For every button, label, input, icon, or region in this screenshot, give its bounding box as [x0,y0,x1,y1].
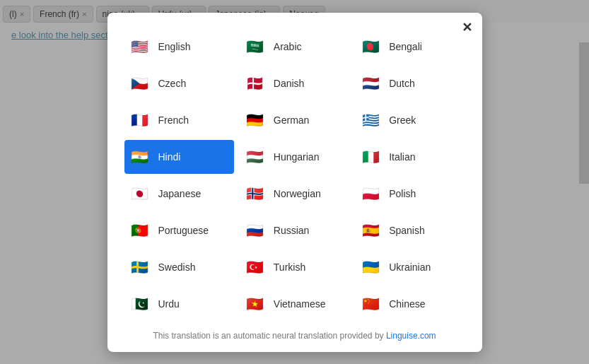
lang-label-spanish: Spanish [389,225,425,236]
lang-item-czech[interactable]: 🇨🇿 Czech [124,66,234,100]
lang-item-swedish[interactable]: 🇸🇪 Swedish [124,250,234,284]
flag-urdu: 🇵🇰 [129,293,151,315]
flag-norwegian: 🇳🇴 [244,182,267,205]
flag-vietnamese: 🇻🇳 [244,293,267,315]
lang-item-german[interactable]: 🇩🇪 German [240,103,349,137]
lang-label-german: German [274,115,310,126]
lang-item-polish[interactable]: 🇵🇱 Polish [355,177,465,211]
flag-danish: 🇩🇰 [244,72,267,95]
modal-overlay: ✕ 🇺🇸 English 🇸🇦 Arabic 🇧🇩 Bengali 🇨🇿 Cze… [0,0,589,364]
linguise-link[interactable]: Linguise.com [386,331,436,341]
modal-close-button[interactable]: ✕ [462,21,472,34]
lang-label-czech: Czech [158,78,187,89]
lang-label-portuguese: Portuguese [158,225,209,236]
lang-item-norwegian[interactable]: 🇳🇴 Norwegian [240,177,349,211]
language-modal: ✕ 🇺🇸 English 🇸🇦 Arabic 🇧🇩 Bengali 🇨🇿 Cze… [107,13,482,352]
lang-item-spanish[interactable]: 🇪🇸 Spanish [355,213,465,247]
flag-russian: 🇷🇺 [244,219,267,242]
lang-label-swedish: Swedish [158,262,196,273]
language-grid: 🇺🇸 English 🇸🇦 Arabic 🇧🇩 Bengali 🇨🇿 Czech… [124,30,465,321]
flag-ukrainian: 🇺🇦 [359,256,382,278]
lang-label-norwegian: Norwegian [274,188,321,199]
modal-footer: This translation is an automatic neural … [124,331,465,341]
lang-item-greek[interactable]: 🇬🇷 Greek [355,103,465,137]
lang-item-vietnamese[interactable]: 🇻🇳 Vietnamese [240,287,349,321]
lang-label-urdu: Urdu [158,298,180,310]
flag-hungarian: 🇭🇺 [244,146,267,168]
lang-label-hungarian: Hungarian [274,151,320,163]
lang-item-dutch[interactable]: 🇳🇱 Dutch [355,66,465,100]
flag-french: 🇫🇷 [129,109,151,131]
lang-label-dutch: Dutch [389,78,415,89]
lang-item-urdu[interactable]: 🇵🇰 Urdu [124,287,234,321]
lang-item-turkish[interactable]: 🇹🇷 Turkish [240,250,349,284]
flag-dutch: 🇳🇱 [359,72,382,95]
lang-item-ukrainian[interactable]: 🇺🇦 Ukrainian [355,250,465,284]
lang-item-bengali[interactable]: 🇧🇩 Bengali [355,30,465,64]
flag-chinese: 🇨🇳 [359,293,382,315]
lang-label-chinese: Chinese [389,298,425,310]
flag-german: 🇩🇪 [244,109,267,131]
flag-greek: 🇬🇷 [359,109,382,131]
lang-label-polish: Polish [389,188,416,199]
lang-label-hindi: Hindi [158,151,181,163]
lang-item-arabic[interactable]: 🇸🇦 Arabic [240,30,349,64]
lang-label-french: French [158,115,189,126]
flag-portuguese: 🇵🇹 [129,219,151,242]
flag-spanish: 🇪🇸 [359,219,382,242]
lang-label-japanese: Japanese [158,188,202,199]
lang-label-english: English [158,41,191,52]
lang-label-turkish: Turkish [274,262,305,273]
lang-item-french[interactable]: 🇫🇷 French [124,103,234,137]
lang-label-russian: Russian [274,225,310,236]
flag-czech: 🇨🇿 [129,72,151,95]
flag-arabic: 🇸🇦 [244,35,267,58]
flag-bengali: 🇧🇩 [359,35,382,58]
lang-label-bengali: Bengali [389,41,422,52]
flag-turkish: 🇹🇷 [244,256,267,278]
lang-item-russian[interactable]: 🇷🇺 Russian [240,213,349,247]
footer-text: This translation is an automatic neural … [153,331,386,341]
lang-label-greek: Greek [389,115,416,126]
lang-label-italian: Italian [389,151,415,163]
flag-italian: 🇮🇹 [359,146,382,168]
lang-item-danish[interactable]: 🇩🇰 Danish [240,66,349,100]
lang-item-portuguese[interactable]: 🇵🇹 Portuguese [124,213,234,247]
lang-item-hindi[interactable]: 🇮🇳 Hindi [124,140,234,174]
lang-label-arabic: Arabic [274,41,302,52]
lang-label-danish: Danish [274,78,305,89]
lang-item-japanese[interactable]: 🇯🇵 Japanese [124,177,234,211]
lang-item-english[interactable]: 🇺🇸 English [124,30,234,64]
lang-item-italian[interactable]: 🇮🇹 Italian [355,140,465,174]
flag-english: 🇺🇸 [129,35,151,58]
flag-japanese: 🇯🇵 [129,182,151,205]
lang-item-chinese[interactable]: 🇨🇳 Chinese [355,287,465,321]
flag-polish: 🇵🇱 [359,182,382,205]
flag-swedish: 🇸🇪 [129,256,151,278]
flag-hindi: 🇮🇳 [129,146,151,168]
lang-label-vietnamese: Vietnamese [274,298,326,310]
lang-label-ukrainian: Ukrainian [389,262,431,273]
lang-item-hungarian[interactable]: 🇭🇺 Hungarian [240,140,349,174]
